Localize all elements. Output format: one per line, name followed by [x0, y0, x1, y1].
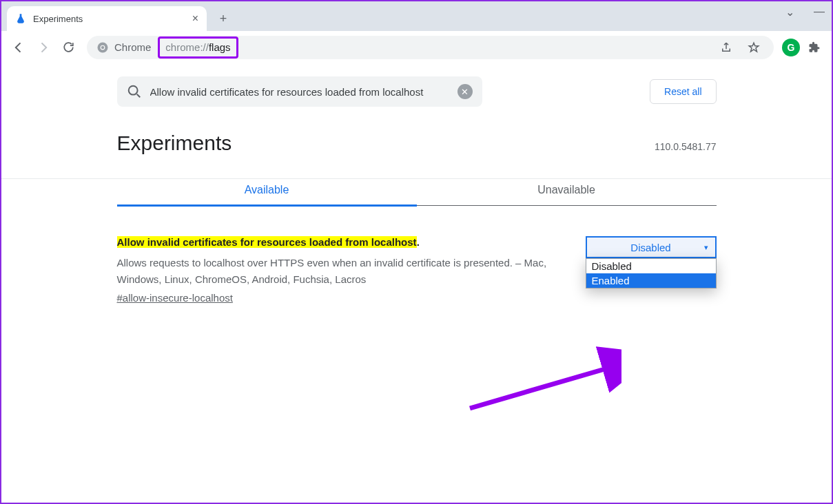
flag-dropdown: Disabled Enabled [586, 258, 717, 288]
reload-button[interactable] [58, 37, 79, 58]
share-icon[interactable] [716, 37, 737, 58]
back-button[interactable] [8, 37, 29, 58]
site-chip: Chrome [96, 41, 151, 54]
flag-option-disabled[interactable]: Disabled [586, 259, 716, 273]
flags-tabs: Available Unavailable [117, 176, 717, 206]
heading-row: Experiments 110.0.5481.77 [117, 132, 717, 155]
url-text: chrome://flags [165, 41, 230, 53]
flag-option-enabled[interactable]: Enabled [586, 273, 716, 288]
page-content: ✕ Reset all Experiments 110.0.5481.77 Av… [1, 64, 832, 503]
address-bar[interactable]: Chrome chrome://flags [87, 36, 774, 59]
tab-unavailable[interactable]: Unavailable [417, 176, 717, 205]
clear-search-icon[interactable]: ✕ [457, 84, 473, 99]
browser-tab[interactable]: Experiments × [7, 6, 207, 31]
svg-line-4 [136, 94, 140, 98]
minimize-icon[interactable]: — [814, 6, 825, 19]
chrome-icon [96, 41, 109, 54]
search-icon [127, 84, 142, 99]
tab-title: Experiments [33, 14, 185, 24]
flag-item: Allow invalid certificates for resources… [117, 236, 717, 304]
site-chip-label: Chrome [114, 41, 151, 53]
new-tab-button[interactable]: + [214, 9, 233, 28]
close-icon[interactable]: × [192, 12, 198, 25]
search-row: ✕ Reset all [117, 76, 717, 107]
reset-all-button[interactable]: Reset all [650, 79, 716, 104]
tab-strip: Experiments × + ⌄ — [1, 1, 832, 31]
version-label: 110.0.5481.77 [655, 141, 717, 152]
window-controls: ⌄ — [785, 6, 825, 19]
flask-icon [15, 13, 26, 24]
flag-select[interactable]: Disabled ▾ [586, 236, 717, 258]
extensions-icon[interactable] [804, 37, 825, 58]
flag-select-value: Disabled [630, 242, 670, 253]
grammarly-extension-icon[interactable]: G [782, 39, 800, 56]
svg-line-5 [470, 367, 612, 408]
annotation-arrow [263, 339, 621, 422]
flag-description: Allows requests to localhost over HTTPS … [117, 255, 558, 288]
flag-title: Allow invalid certificates for resources… [117, 236, 558, 248]
flags-search-input[interactable] [150, 86, 449, 98]
forward-button[interactable] [33, 37, 54, 58]
svg-point-3 [128, 86, 137, 95]
bookmark-icon[interactable] [743, 37, 764, 58]
tab-available[interactable]: Available [117, 176, 417, 207]
flags-search-box[interactable]: ✕ [117, 76, 482, 107]
flag-control: Disabled ▾ Disabled Enabled [586, 236, 717, 304]
svg-point-2 [101, 45, 105, 49]
browser-toolbar: Chrome chrome://flags G [1, 31, 832, 64]
window-dropdown-icon[interactable]: ⌄ [785, 6, 794, 19]
chevron-down-icon: ▾ [704, 243, 708, 252]
page-title: Experiments [117, 132, 232, 155]
url-highlight-annotation: chrome://flags [158, 36, 238, 59]
flag-anchor-link[interactable]: #allow-insecure-localhost [117, 292, 233, 304]
